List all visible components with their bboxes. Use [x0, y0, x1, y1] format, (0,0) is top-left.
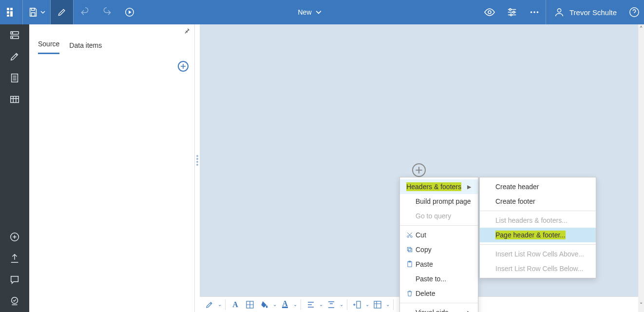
edit-mode-button[interactable] [51, 0, 73, 24]
submenu-insert-above: Insert List Row Cells Above... [480, 247, 596, 261]
topbar-right: Trevor Schulte [478, 0, 644, 24]
data-icon[interactable] [0, 24, 29, 46]
more-icon[interactable] [523, 0, 546, 24]
delete-icon [404, 290, 416, 297]
menu-label: Create header [495, 183, 589, 191]
menu-paste[interactable]: Paste [400, 257, 478, 272]
canvas-add-button[interactable] [412, 163, 426, 177]
svg-rect-5 [31, 8, 34, 11]
queries-icon[interactable] [0, 89, 29, 110]
user-menu[interactable]: Trevor Schulte [546, 7, 625, 18]
svg-point-19 [12, 33, 13, 34]
menu-label: Insert List Row Cells Above... [495, 250, 589, 258]
tab-source[interactable]: Source [38, 40, 59, 54]
vertical-scrollbar[interactable]: ^ ⌄ [638, 24, 644, 305]
comment-icon[interactable] [0, 269, 29, 291]
svg-rect-0 [7, 8, 9, 10]
preview-icon[interactable] [478, 0, 501, 24]
user-name: Trevor Schulte [569, 8, 617, 17]
chevron-down-icon[interactable]: ⌄ [319, 302, 323, 307]
menu-label: Build prompt page [416, 197, 471, 205]
chevron-down-icon[interactable]: ⌄ [385, 302, 390, 307]
redo-button[interactable] [96, 0, 118, 24]
settings-icon[interactable] [501, 0, 523, 24]
chevron-down-icon[interactable]: ⌄ [272, 302, 277, 307]
svg-rect-6 [31, 13, 35, 16]
panel-tabs: Source Data items [29, 33, 194, 54]
chevron-down-icon[interactable]: ⌄ [293, 302, 298, 307]
menu-separator [400, 303, 478, 303]
submenu-arrow-icon: ▶ [467, 184, 471, 190]
pages-icon[interactable] [0, 67, 29, 89]
fill-color-icon[interactable] [258, 298, 271, 312]
insert-left-icon[interactable] [350, 298, 364, 312]
svg-rect-32 [409, 249, 412, 252]
scroll-down-icon[interactable]: ⌄ [638, 298, 644, 305]
menu-label: Insert List Row Cells Below... [495, 265, 589, 273]
run-button[interactable] [118, 0, 141, 24]
menu-cut[interactable]: Cut [400, 228, 478, 242]
menu-label: List headers & footers... [495, 216, 589, 224]
panel-splitter[interactable] [195, 24, 200, 296]
submenu-headers-footers: Create header Create footer List headers… [479, 177, 596, 278]
submenu-page-header-footer[interactable]: Page header & footer... [480, 228, 596, 242]
add-icon[interactable] [0, 226, 29, 248]
menu-delete[interactable]: Delete [400, 286, 478, 301]
left-panel: Source Data items [29, 24, 195, 312]
table-insert-icon[interactable] [371, 298, 384, 312]
product-switcher-icon[interactable] [0, 0, 22, 24]
menu-headers-footers[interactable]: Headers & footers ▶ [400, 179, 478, 194]
add-source-button[interactable] [178, 61, 189, 72]
svg-rect-1 [10, 8, 13, 10]
svg-point-10 [513, 11, 515, 13]
svg-rect-27 [374, 301, 381, 308]
chevron-down-icon[interactable]: ⌄ [339, 302, 344, 307]
upload-icon[interactable] [0, 248, 29, 269]
svg-rect-22 [11, 97, 19, 103]
menu-copy[interactable]: Copy [400, 242, 478, 257]
left-rail [0, 24, 29, 312]
svg-point-8 [488, 11, 491, 14]
border-icon[interactable] [243, 298, 257, 312]
scroll-corner [638, 305, 644, 312]
submenu-create-footer[interactable]: Create footer [480, 194, 596, 209]
menu-label: Delete [416, 290, 471, 297]
menu-build-prompt-page[interactable]: Build prompt page [400, 194, 478, 209]
svg-rect-26 [357, 301, 360, 308]
svg-rect-31 [407, 247, 411, 251]
tab-data-items[interactable]: Data items [69, 41, 102, 54]
chevron-down-icon[interactable]: ⌄ [217, 302, 222, 307]
svg-point-20 [12, 37, 13, 38]
menu-separator [480, 211, 596, 211]
validate-icon[interactable] [0, 291, 29, 312]
document-title-dropdown[interactable]: New [141, 8, 478, 16]
menu-label: Page header & footer... [495, 231, 566, 239]
save-button[interactable] [23, 0, 50, 24]
svg-point-14 [537, 11, 539, 13]
submenu-arrow-icon: ▶ [467, 310, 471, 312]
pin-icon[interactable] [184, 27, 190, 33]
valign-icon[interactable] [324, 298, 338, 312]
undo-button[interactable] [74, 0, 96, 24]
menu-go-to-query: Go to query [400, 209, 478, 223]
paste-icon [404, 261, 416, 268]
submenu-create-header[interactable]: Create header [480, 179, 596, 194]
menu-separator [480, 244, 596, 245]
align-icon[interactable] [304, 298, 318, 312]
svg-point-12 [530, 11, 532, 13]
menu-label: Go to query [416, 212, 471, 220]
svg-point-9 [510, 9, 511, 11]
toolbox-icon[interactable] [0, 46, 29, 67]
top-toolbar: New Trevor Schulte [0, 0, 644, 24]
submenu-list-headers-footers: List headers & footers... [480, 213, 596, 228]
scroll-up-icon[interactable]: ^ [638, 24, 644, 31]
menu-visual-aids[interactable]: Visual aids ▶ [400, 305, 478, 312]
menu-paste-to[interactable]: Paste to... [400, 272, 478, 286]
document-title: New [298, 8, 312, 16]
eyedropper-icon[interactable] [203, 298, 216, 312]
help-button[interactable] [625, 7, 644, 18]
text-color-icon[interactable]: A [278, 298, 292, 312]
chevron-down-icon[interactable]: ⌄ [365, 302, 370, 307]
font-icon[interactable]: A [228, 298, 242, 312]
svg-point-15 [557, 9, 561, 12]
